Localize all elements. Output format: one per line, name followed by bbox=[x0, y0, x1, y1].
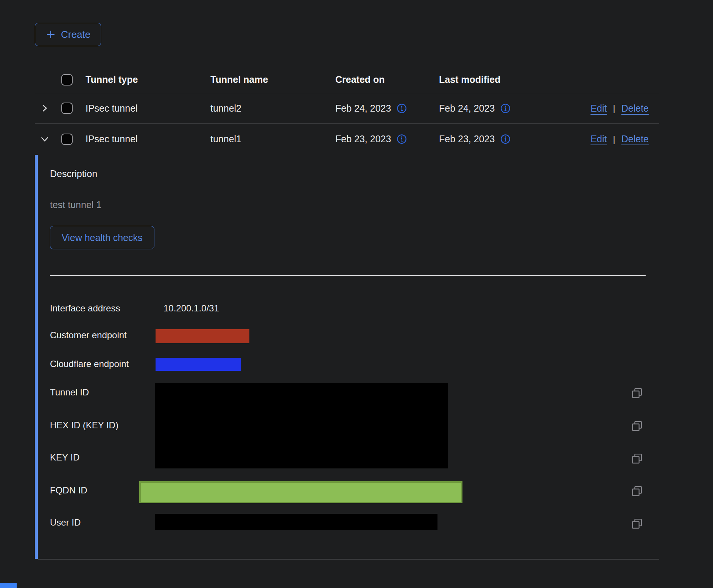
collapse-row-button[interactable] bbox=[40, 135, 49, 144]
tunnel-details-panel: Description test tunnel 1 View health ch… bbox=[35, 155, 659, 560]
view-health-checks-button[interactable]: View health checks bbox=[50, 226, 154, 249]
copy-tunnel-id-button[interactable] bbox=[631, 387, 643, 399]
table-row: IPsec tunnel tunnel2 Feb 24, 2023 Feb 24… bbox=[35, 93, 659, 124]
tunnel-ids-redacted-value bbox=[155, 383, 448, 468]
customer-endpoint-redacted-value bbox=[156, 329, 249, 343]
user-id-redacted-value bbox=[155, 514, 437, 530]
select-all-checkbox[interactable] bbox=[61, 74, 73, 86]
tunnels-table: Tunnel type Tunnel name Created on Last … bbox=[35, 67, 659, 154]
row-checkbox[interactable] bbox=[61, 103, 73, 114]
chevron-right-icon bbox=[40, 104, 49, 113]
header-tunnel-name: Tunnel name bbox=[210, 74, 335, 85]
panel-bottom-divider bbox=[38, 559, 659, 560]
copy-icon bbox=[631, 420, 643, 432]
info-icon[interactable] bbox=[397, 134, 407, 144]
edit-link[interactable]: Edit bbox=[590, 134, 607, 145]
fqdn-id-label: FQDN ID bbox=[50, 485, 87, 496]
info-icon[interactable] bbox=[397, 103, 407, 114]
focus-indicator bbox=[0, 583, 17, 588]
copy-icon bbox=[631, 518, 643, 529]
cloudflare-endpoint-redacted-value bbox=[156, 358, 241, 371]
tunnel-type-cell: IPsec tunnel bbox=[86, 134, 210, 145]
info-icon[interactable] bbox=[500, 134, 511, 144]
key-id-label: KEY ID bbox=[50, 452, 79, 463]
header-created-on: Created on bbox=[335, 74, 439, 85]
tunnel-id-label: Tunnel ID bbox=[50, 387, 89, 398]
tunnel-type-cell: IPsec tunnel bbox=[86, 103, 210, 114]
details-divider bbox=[50, 275, 646, 276]
customer-endpoint-label: Customer endpoint bbox=[50, 330, 127, 341]
tunnels-page: Create Tunnel type Tunnel name Created o… bbox=[0, 0, 713, 588]
interface-address-value: 10.200.1.0/31 bbox=[163, 303, 219, 314]
hex-id-label: HEX ID (KEY ID) bbox=[50, 420, 118, 431]
chevron-down-icon bbox=[40, 135, 49, 144]
action-separator: | bbox=[613, 134, 615, 145]
copy-fqdn-id-button[interactable] bbox=[631, 485, 643, 497]
table-header-row: Tunnel type Tunnel name Created on Last … bbox=[35, 67, 659, 93]
tunnel-name-cell: tunnel2 bbox=[210, 103, 335, 114]
fqdn-id-redacted-value bbox=[139, 481, 462, 503]
user-id-label: User ID bbox=[50, 517, 81, 528]
create-button[interactable]: Create bbox=[35, 23, 101, 46]
copy-icon bbox=[631, 387, 643, 399]
expand-row-button[interactable] bbox=[40, 104, 49, 113]
cloudflare-endpoint-label: Cloudflare endpoint bbox=[50, 359, 129, 369]
header-last-modified: Last modified bbox=[439, 74, 553, 85]
created-on-cell: Feb 23, 2023 bbox=[335, 134, 391, 145]
copy-icon bbox=[631, 453, 643, 464]
created-on-cell: Feb 24, 2023 bbox=[335, 103, 391, 114]
plus-icon bbox=[45, 29, 56, 40]
create-button-label: Create bbox=[61, 29, 90, 40]
description-value: test tunnel 1 bbox=[50, 199, 101, 210]
header-tunnel-type: Tunnel type bbox=[86, 74, 210, 85]
view-health-checks-label: View health checks bbox=[62, 232, 143, 243]
tunnel-name-cell: tunnel1 bbox=[210, 134, 335, 145]
copy-hex-id-button[interactable] bbox=[631, 420, 643, 432]
action-separator: | bbox=[613, 103, 615, 114]
table-row: IPsec tunnel tunnel1 Feb 23, 2023 Feb 23… bbox=[35, 124, 659, 154]
row-checkbox[interactable] bbox=[61, 134, 73, 145]
copy-key-id-button[interactable] bbox=[631, 453, 643, 464]
delete-link[interactable]: Delete bbox=[621, 103, 649, 114]
last-modified-cell: Feb 24, 2023 bbox=[439, 103, 495, 114]
description-label: Description bbox=[50, 168, 97, 179]
expanded-row-accent-bar bbox=[35, 155, 38, 559]
copy-icon bbox=[631, 485, 643, 497]
copy-user-id-button[interactable] bbox=[631, 518, 643, 529]
last-modified-cell: Feb 23, 2023 bbox=[439, 134, 495, 145]
interface-address-label: Interface address bbox=[50, 303, 120, 314]
info-icon[interactable] bbox=[500, 103, 511, 114]
edit-link[interactable]: Edit bbox=[590, 103, 607, 114]
delete-link[interactable]: Delete bbox=[621, 134, 649, 145]
